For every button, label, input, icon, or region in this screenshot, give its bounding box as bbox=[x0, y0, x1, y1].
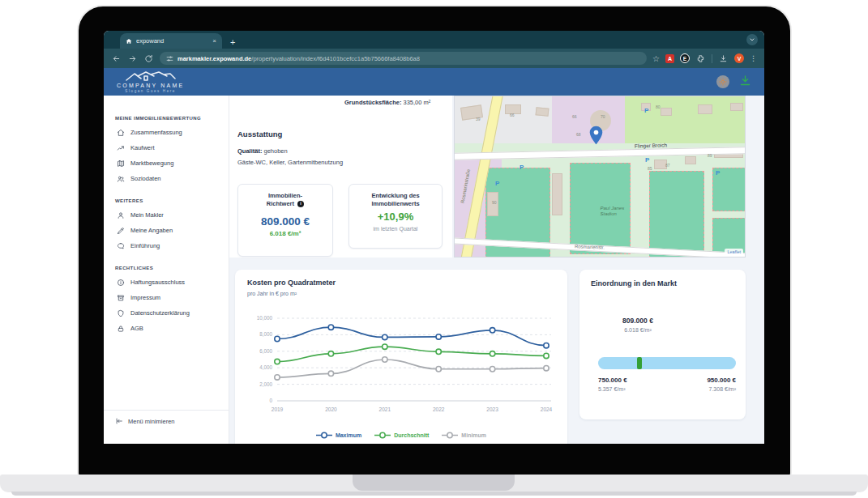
sidebar-item-label: Kaufwert bbox=[130, 144, 155, 151]
svg-text:2020: 2020 bbox=[325, 406, 337, 412]
users-icon bbox=[117, 175, 125, 183]
house-number: 80 bbox=[656, 104, 661, 109]
map-area-purple-top bbox=[552, 96, 625, 143]
stadium-label-line2: Stadion bbox=[601, 211, 617, 218]
legend-item-maximum[interactable]: Maximum bbox=[316, 432, 361, 439]
sidebar-section-rechtliches: RECHTLICHES bbox=[115, 266, 229, 270]
svg-text:6,000: 6,000 bbox=[259, 348, 272, 354]
tab-close-icon[interactable]: × bbox=[212, 37, 216, 45]
map-stadium-pitch: Paul Janes Stadion bbox=[570, 163, 631, 254]
sidebar-item-label: Impressum bbox=[130, 294, 160, 301]
property-summary-panel: Grundstücksfläche: 335,00 m² Ausstattung… bbox=[229, 96, 452, 258]
entwicklung-title: Entwicklung des Immobilienwerts bbox=[349, 192, 442, 208]
kosten-chart-svg: 02,0004,0006,0008,00010,0002019202020212… bbox=[242, 310, 561, 424]
richtwert-title-line1: Immobilien- bbox=[268, 192, 302, 199]
sidebar-item-datenschutz[interactable]: Datenschutzerklärung bbox=[104, 305, 229, 321]
entwicklung-title-line2: Immobilienwerts bbox=[371, 200, 419, 207]
shield-icon bbox=[117, 309, 125, 317]
sidebar-item-zusammenfassung[interactable]: Zusammenfassung bbox=[104, 125, 229, 140]
address-bar[interactable]: markmakler.expowand.de/propertyvaluation… bbox=[160, 52, 647, 65]
chevron-down-icon bbox=[749, 36, 755, 43]
laptop-base bbox=[0, 475, 868, 492]
chart-title: Kosten pro Quadratmeter bbox=[247, 279, 336, 287]
sidebar-item-kaufwert[interactable]: Kaufwert bbox=[104, 140, 229, 155]
sidebar-item-soziodaten[interactable]: Soziodaten bbox=[104, 171, 229, 186]
legend-line-circle-icon bbox=[316, 432, 332, 439]
house-number: 90 bbox=[492, 200, 497, 205]
svg-text:4,000: 4,000 bbox=[259, 364, 272, 370]
roofline-logo-icon bbox=[125, 71, 177, 82]
tab-search-button[interactable] bbox=[746, 34, 758, 45]
stadium-label-line1: Paul Janes bbox=[601, 206, 625, 212]
svg-text:2024: 2024 bbox=[541, 406, 553, 412]
parking-icon: P bbox=[716, 169, 720, 177]
richtwert-card: Immobilien- Richtwert i 809.000 € 6.018 … bbox=[237, 184, 333, 257]
info-tooltip-icon[interactable]: i bbox=[297, 201, 304, 207]
sidebar-item-label: Marktbewegung bbox=[130, 160, 173, 167]
theme-toggle-button[interactable] bbox=[716, 75, 729, 88]
downloads-icon[interactable] bbox=[718, 53, 729, 64]
pen-icon bbox=[117, 227, 125, 235]
sidebar-item-einfuehrung[interactable]: Einführung bbox=[104, 238, 229, 253]
home-icon bbox=[117, 129, 125, 137]
main-content: Grundstücksfläche: 335,00 m² Ausstattung… bbox=[229, 96, 764, 444]
entwicklung-caption: im letzten Quartal bbox=[349, 226, 442, 232]
back-button[interactable] bbox=[111, 53, 122, 64]
sidebar-item-mein-makler[interactable]: Mein Makler bbox=[104, 207, 229, 223]
quality-label: Qualität: bbox=[237, 147, 262, 155]
map-building bbox=[661, 108, 672, 116]
sidebar-item-label: Meine Angaben bbox=[130, 227, 173, 234]
sidebar: MEINE IMMOBILIENBEWERTUNG Zusammenfassun… bbox=[104, 96, 229, 444]
profile-avatar[interactable]: V bbox=[734, 53, 744, 63]
legend-item-durchschnitt[interactable]: Durchschnitt bbox=[374, 432, 429, 439]
site-settings-icon bbox=[166, 55, 173, 62]
chart-legend: Maximum Durchschnitt Minimum bbox=[235, 432, 567, 439]
lock-icon bbox=[117, 325, 125, 333]
reload-button[interactable] bbox=[143, 53, 154, 64]
app-body: MEINE IMMOBILIENBEWERTUNG Zusammenfassun… bbox=[104, 96, 764, 444]
download-report-button[interactable] bbox=[739, 74, 751, 90]
kosten-chart-card: Kosten pro Quadratmeter pro Jahr in € pr… bbox=[235, 270, 567, 444]
browser-menu-icon[interactable]: ⋮ bbox=[750, 54, 757, 62]
legend-line-circle-icon bbox=[442, 432, 458, 439]
browser-tab[interactable]: expowand × bbox=[120, 33, 222, 49]
sidebar-item-impressum[interactable]: Impressum bbox=[104, 290, 229, 305]
bookmark-star-icon[interactable]: ☆ bbox=[652, 54, 660, 63]
tab-strip: expowand × + bbox=[104, 31, 764, 49]
legend-item-minimum[interactable]: Minimum bbox=[442, 432, 486, 439]
pdf-extension-icon[interactable]: A bbox=[665, 54, 674, 63]
sidebar-item-meine-angaben[interactable]: Meine Angaben bbox=[104, 223, 229, 238]
extension-e-icon[interactable]: E bbox=[680, 53, 690, 63]
map-pin-icon bbox=[589, 126, 603, 145]
market-position-card: Einordnung in den Markt 809.000 € 6.018 … bbox=[579, 270, 746, 419]
market-min-persqm: 5.357 €/m² bbox=[598, 386, 627, 392]
market-min-value: 750.000 € bbox=[598, 377, 627, 384]
house-number: 66 bbox=[572, 114, 577, 119]
new-tab-button[interactable]: + bbox=[230, 37, 235, 49]
location-map[interactable]: Paul Janes Stadion bbox=[454, 96, 746, 258]
street-label: Rosmarienstr. bbox=[575, 244, 605, 249]
forward-button[interactable] bbox=[127, 53, 138, 64]
richtwert-per-sqm: 6.018 €/m² bbox=[238, 230, 332, 237]
menu-minimize-button[interactable]: Menü minimieren bbox=[104, 410, 229, 425]
sidebar-section-weiteres: WEITERES bbox=[115, 198, 229, 203]
map-attribution[interactable]: Leaflet bbox=[725, 249, 743, 255]
market-current: 809.000 € 6.018 €/m² bbox=[593, 317, 682, 333]
url-path: /propertyvaluation/index/f6d4101bcefcc1a… bbox=[251, 55, 420, 62]
house-number: 39 bbox=[476, 117, 481, 121]
sidebar-item-marktbewegung[interactable]: Marktbewegung bbox=[104, 155, 229, 171]
legend-label: Maximum bbox=[336, 432, 361, 438]
entwicklung-card: Entwicklung des Immobilienwerts +10,9% i… bbox=[348, 184, 443, 249]
chat-bubble-icon bbox=[117, 242, 125, 250]
svg-text:2023: 2023 bbox=[486, 406, 498, 412]
menu-minimize-label: Menü minimieren bbox=[128, 418, 175, 425]
sidebar-item-label: Haftungsausschluss bbox=[130, 279, 185, 286]
sidebar-item-haftungsausschluss[interactable]: Haftungsausschluss bbox=[104, 275, 229, 290]
quality-value: gehoben bbox=[262, 147, 287, 155]
land-area: Grundstücksfläche: 335,00 m² bbox=[344, 98, 447, 108]
richtwert-title-line2: Richtwert bbox=[267, 200, 294, 207]
company-logo[interactable]: COMPANY NAME Slogan Goes Here bbox=[117, 71, 184, 93]
parking-icon: P bbox=[645, 156, 649, 164]
sidebar-item-agb[interactable]: AGB bbox=[104, 321, 229, 336]
extensions-puzzle-icon[interactable] bbox=[695, 53, 706, 64]
